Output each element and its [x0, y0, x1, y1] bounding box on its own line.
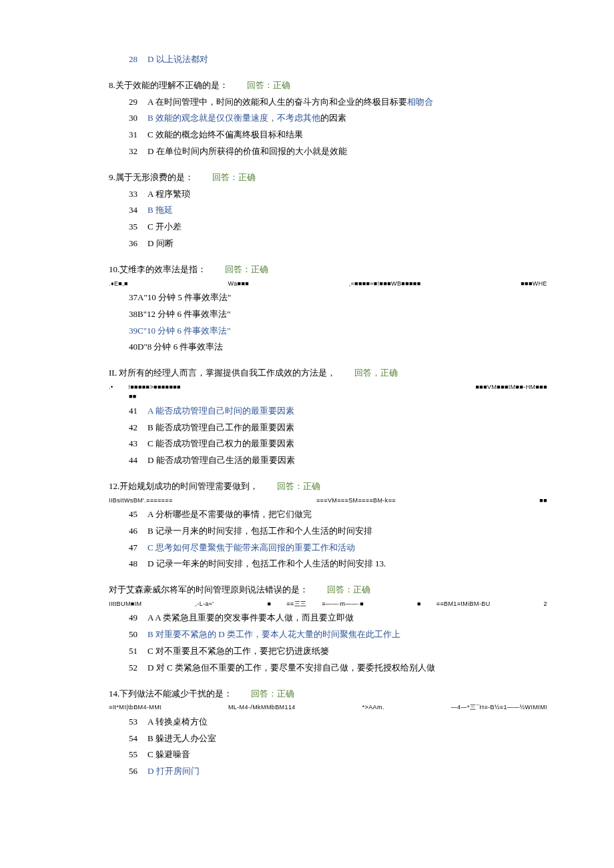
- option-text: C 能否成功管理自己权力的最重要因素: [147, 437, 294, 451]
- answer-label: 回答，: [354, 368, 380, 378]
- option-number: 45: [129, 508, 147, 522]
- option-text: D 在单位时间内所获得的价值和回报的大小就是效能: [147, 145, 347, 159]
- option: 38B"12 分钟 6 件事效率法": [129, 308, 547, 322]
- option: 56D 打开房间门: [129, 765, 547, 779]
- option-text: C 效能的概念始终不偏离终极目标和结果: [147, 128, 303, 142]
- option-text: C 躲避噪音: [147, 748, 190, 762]
- option-number: 36: [129, 237, 147, 251]
- option-text: A 能否成功管理自己时间的最重要因素: [147, 404, 294, 418]
- option: 32D 在单位时间内所获得的价值和回报的大小就是效能: [129, 145, 547, 159]
- option-text: B 能否成功管理自己工作的最重要因素: [147, 421, 294, 435]
- option-number: 43: [129, 437, 147, 451]
- artifact-text: IIttBUM■IM,-L-a«'■ ≡≡三三 ≡——·m——·■■ ≡≡BM1…: [109, 599, 547, 608]
- option: 49A A 类紧急且重要的突发事件要本人做，而且要立即做: [129, 611, 547, 625]
- option-text: 38B"12 分钟 6 件事效率法": [129, 308, 231, 322]
- option: 37A"10 分钟 5 件事效率法": [129, 291, 547, 305]
- answer-label: 回答：: [251, 689, 277, 699]
- option-text: C 对不重要且不紧急的工作，要把它扔进废纸篓: [147, 644, 329, 659]
- option-text: D 记录一年来的时间安排，包括工作和个人生活的时间安排 13.: [147, 557, 386, 571]
- option-number: 34: [129, 203, 147, 218]
- option-text: B 对重要不紧急的 D 类工作，要本人花大量的时间聚焦在此工作上: [147, 628, 400, 642]
- option: 45A 分析哪些是不需要做的事情，把它们做完: [129, 508, 547, 522]
- answer-value: 正确: [251, 264, 268, 274]
- answer-value: 正确: [353, 584, 370, 594]
- option: 41A 能否成功管理自己时间的最重要因素: [129, 404, 547, 418]
- option-number: 44: [129, 454, 147, 468]
- option-text: B 拖延: [147, 203, 173, 218]
- option-number: 42: [129, 421, 147, 435]
- option-number: 56: [129, 765, 147, 779]
- question-title: 10.艾维李的效率法是指：回答：正确: [109, 263, 547, 277]
- option-text: B 躲进无人办公室: [147, 732, 216, 746]
- option: 53A 转换桌椅方位: [129, 715, 547, 729]
- answer-label: 回答：: [247, 80, 273, 90]
- option-number: 52: [129, 661, 147, 675]
- answer-label: 回答：: [212, 172, 238, 182]
- option-number: 51: [129, 644, 147, 659]
- option-number: 48: [129, 557, 147, 571]
- option: 50B 对重要不紧急的 D 类工作，要本人花大量的时间聚焦在此工作上: [129, 628, 547, 642]
- option-number: 49: [129, 611, 147, 625]
- option-text: B 记录一月来的时间安排，包括工作和个人生活的时间安排: [147, 524, 372, 538]
- option-number: 47: [129, 541, 147, 555]
- option-text: D 以上说法都对: [147, 53, 208, 67]
- option-number: 32: [129, 145, 147, 159]
- option-number: 29: [129, 95, 147, 109]
- question-title: IL 对所有的经理人而言，掌握提供自我工作成效的方法是，回答，正确: [109, 366, 547, 380]
- option-number: 55: [129, 748, 147, 762]
- option-number: 46: [129, 524, 147, 538]
- option: 40D"8 分钟 6 件事效率法: [129, 340, 547, 354]
- question-title: 14.下列做法不能减少干扰的是：回答：正确: [109, 687, 547, 701]
- artifact-text: ≡It*MI|tbBM4-MMtML-M4-/MkMMbBM114*>AAm.—…: [109, 703, 547, 712]
- artifact-text: .• !■■■■■>■■■■■■■■■■VM■■■IM■■-HM■■■: [109, 382, 547, 392]
- option-number: 53: [129, 715, 147, 729]
- option-text: C 开小差: [147, 220, 182, 234]
- option: 35C 开小差: [129, 220, 547, 234]
- artifact-text: IIBsItWsBM'.≡≡≡≡≡≡≡≡≡≡VM≡≡≡SM≡≡≡≡BM-k≡≡■…: [109, 496, 547, 505]
- option: 34B 拖延: [129, 203, 547, 218]
- option: 55C 躲避噪音: [129, 748, 547, 762]
- answer-label: 回答：: [277, 481, 303, 491]
- option: 33A 程序繁琐: [129, 187, 547, 201]
- option: 30B 效能的观念就是仅仅衡量速度，不考虑其他的因素: [129, 111, 547, 125]
- option: 46B 记录一月来的时间安排，包括工作和个人生活的时间安排: [129, 524, 547, 538]
- option-number: 28: [129, 53, 147, 67]
- option: 52D 对 C 类紧急但不重要的工作，要尽量不安排自己做，要委托授权给别人做: [129, 661, 547, 675]
- option-text: 37A"10 分钟 5 件事效率法": [129, 291, 231, 305]
- option-text: B 效能的观念就是仅仅衡量速度，不考虑其他的因素: [147, 111, 346, 125]
- option-number: 41: [129, 404, 147, 418]
- option: 43C 能否成功管理自己权力的最重要因素: [129, 437, 547, 451]
- option-number: 33: [129, 187, 147, 201]
- option: 48D 记录一年来的时间安排，包括工作和个人生活的时间安排 13.: [129, 557, 547, 571]
- option-text: 40D"8 分钟 6 件事效率法: [129, 340, 223, 354]
- option-number: 31: [129, 128, 147, 142]
- artifact-text: ■■: [129, 392, 547, 401]
- answer-value: 正确: [303, 481, 320, 491]
- option-text: A 转换桌椅方位: [147, 715, 208, 729]
- option: 54B 躲进无人办公室: [129, 732, 547, 746]
- option-text: C 思考如何尽量聚焦于能带来高回报的重要工作和活动: [147, 541, 355, 555]
- option: 29A 在时间管理中，时间的效能和人生的奋斗方向和企业的终极目标要相吻合: [129, 95, 547, 109]
- answer-value: 正确: [380, 368, 398, 378]
- option-number: 30: [129, 111, 147, 125]
- option-number: 54: [129, 732, 147, 746]
- question-title: 对于艾森豪威尔将军的时间管理原则说法错误的是：回答：正确: [109, 583, 547, 597]
- option: 42B 能否成功管理自己工作的最重要因素: [129, 421, 547, 435]
- answer-value: 正确: [238, 172, 256, 182]
- option: 44D 能否成功管理自己生活的最重要因素: [129, 454, 547, 468]
- option-text: A 分析哪些是不需要做的事情，把它们做完: [147, 508, 312, 522]
- answer-value: 正确: [277, 689, 294, 699]
- option: 39C"10 分钟 6 件事效率法": [129, 324, 547, 338]
- option-text: A 在时间管理中，时间的效能和人生的奋斗方向和企业的终极目标要相吻合: [147, 95, 433, 109]
- option: 47C 思考如何尽量聚焦于能带来高回报的重要工作和活动: [129, 541, 547, 555]
- option-text: D 打开房间门: [147, 765, 200, 779]
- option-text: A 程序繁琐: [147, 187, 190, 201]
- option: 36D 间断: [129, 237, 547, 251]
- option-number: 35: [129, 220, 147, 234]
- artifact-text: .♦E■,■Wa■■■,«■■■■«■!■■■WB■■■■■■■■WHE: [109, 279, 547, 288]
- option-number: 50: [129, 628, 147, 642]
- option-text: D 能否成功管理自己生活的最重要因素: [147, 454, 295, 468]
- option-text: D 对 C 类紧急但不重要的工作，要尽量不安排自己做，要委托授权给别人做: [147, 661, 435, 675]
- option-text: D 间断: [147, 237, 174, 251]
- option-text: A A 类紧急且重要的突发事件要本人做，而且要立即做: [147, 611, 354, 625]
